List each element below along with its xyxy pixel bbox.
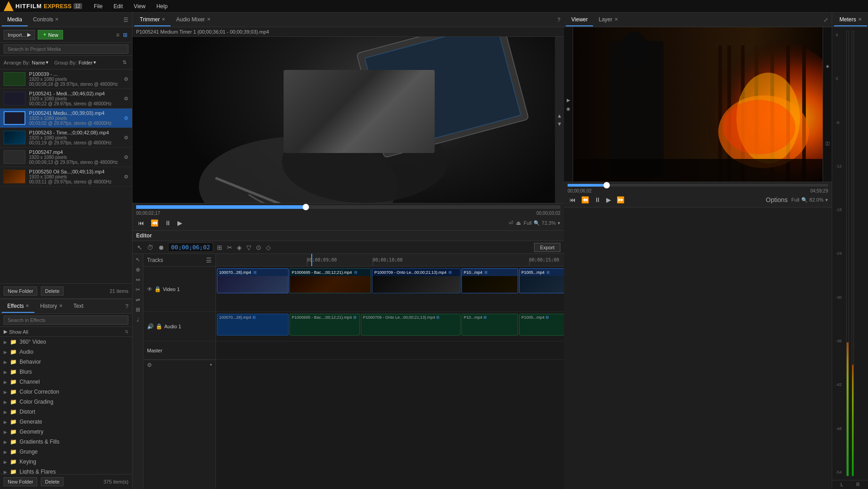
tab-controls[interactable]: Controls ✕ xyxy=(28,14,64,26)
tool-m[interactable]: ⊙ xyxy=(255,243,262,252)
media-item-1[interactable]: P1005241 - Medi...;00;46;02).mp4 1920 x … xyxy=(0,89,132,109)
tab-text[interactable]: Text xyxy=(68,300,89,313)
trimmer-progress-bar[interactable] xyxy=(136,205,560,209)
new-folder-media-button[interactable]: New Folder xyxy=(4,286,37,296)
audio-clip-4[interactable]: P1005...mp4 ⛓ xyxy=(519,314,564,336)
media-item-0[interactable]: P100039 - ... 1920 x 1080 pixels 00;00;0… xyxy=(0,69,132,89)
export-button[interactable]: Export xyxy=(534,243,560,252)
tab-meters[interactable]: Meters ✕ xyxy=(834,14,867,26)
tab-controls-close[interactable]: ✕ xyxy=(55,17,59,22)
viewer-expand-icon[interactable]: ⤢ xyxy=(822,15,830,25)
tl-slip-tool[interactable]: ⇌ xyxy=(133,296,142,304)
tool-mark[interactable]: ◈ xyxy=(236,243,243,252)
tab-effects-close[interactable]: ✕ xyxy=(25,303,29,308)
media-settings-5[interactable]: ⚙ xyxy=(124,174,128,180)
viewer-right-tool2[interactable]: ◫ xyxy=(825,141,829,146)
effect-blurs[interactable]: ▶ 📁 Blurs xyxy=(0,367,132,377)
tool-d[interactable]: ◇ xyxy=(265,243,272,252)
effect-behavior[interactable]: ▶ 📁 Behavior xyxy=(0,357,132,367)
viewer-right-tool[interactable]: ◈ xyxy=(826,64,829,69)
trimmer-progress-handle[interactable] xyxy=(303,204,309,210)
audio-clip-2[interactable]: P1000709 - Onto Le...00;00;21;13).mp4 ⛓ xyxy=(361,314,461,336)
new-folder-effects-button[interactable]: New Folder xyxy=(4,477,37,486)
audio-track-lock-icon[interactable]: 🔒 xyxy=(156,323,162,330)
video-clip-4[interactable]: P1005...mp4 ⛓ xyxy=(519,268,564,293)
tab-trimmer-close[interactable]: ✕ xyxy=(162,17,165,22)
tab-audio-mixer[interactable]: Audio Mixer ✕ xyxy=(171,14,216,26)
effect-channel[interactable]: ▶ 📁 Channel xyxy=(0,377,132,387)
viewer-to-start[interactable]: ⏮ xyxy=(568,195,578,204)
arrange-value[interactable]: Name ▾ xyxy=(32,59,49,65)
viewer-zoom-chevron[interactable]: ▾ xyxy=(825,197,828,203)
tool-clock[interactable]: ⏱ xyxy=(146,243,154,252)
menu-edit[interactable]: Edit xyxy=(109,1,128,11)
media-settings-2[interactable]: ⚙ xyxy=(124,115,128,121)
tab-meters-close[interactable]: ✕ xyxy=(858,17,862,22)
viewer-progress-bar[interactable] xyxy=(568,184,828,187)
effect-color-grading[interactable]: ▶ 📁 Color Grading xyxy=(0,397,132,407)
sort-dir-icon[interactable]: ⇅ xyxy=(125,329,128,334)
video-track-lock-icon[interactable]: 🔒 xyxy=(154,286,161,292)
tab-effects[interactable]: Effects ✕ xyxy=(2,300,34,313)
effect-gradients[interactable]: ▶ 📁 Gradients & Fills xyxy=(0,437,132,447)
media-item-5[interactable]: P1005250 Oil Sa...;00;49;13).mp4 1920 x … xyxy=(0,167,132,187)
timeline-content[interactable]: 00;00;09;00 00;00;10;00 00;00;15;00 00;0… xyxy=(216,254,564,489)
trimmer-zoom-label[interactable]: Full xyxy=(524,220,532,226)
tool-select[interactable]: ↖ xyxy=(136,243,143,252)
timeline-zoom-out-icon[interactable]: • xyxy=(210,362,212,368)
sort-icon[interactable]: ⇅ xyxy=(121,58,128,67)
tab-trimmer[interactable]: Trimmer ✕ xyxy=(134,14,171,26)
audio-clip-1[interactable]: P1000695 - Bac...;00;12;21).mp4 ⛓ xyxy=(289,314,360,336)
menu-view[interactable]: View xyxy=(129,1,150,11)
group-value[interactable]: Folder ▾ xyxy=(78,59,96,65)
trim-arrow-up[interactable]: ▲ xyxy=(557,113,562,119)
effect-color-correction[interactable]: ▶ 📁 Color Correction xyxy=(0,387,132,397)
tl-select-tool[interactable]: ↖ xyxy=(133,256,142,264)
delete-effects-button[interactable]: Delete xyxy=(41,477,64,486)
tool-v[interactable]: ▽ xyxy=(245,243,252,252)
viewer-pause[interactable]: ⏸ xyxy=(593,195,603,204)
effects-panel-icon[interactable]: ? xyxy=(123,301,130,311)
tab-layer-close[interactable]: ✕ xyxy=(614,17,618,22)
effect-lights-flares[interactable]: ▶ 📁 Lights & Flares xyxy=(0,467,132,474)
transport-play[interactable]: ▶ xyxy=(176,218,184,227)
delete-media-button[interactable]: Delete xyxy=(41,286,64,296)
tl-note-tool[interactable]: ♩ xyxy=(133,316,142,324)
viewer-progress-handle[interactable] xyxy=(603,182,610,188)
viewer-zoom-label[interactable]: Full xyxy=(791,197,799,203)
tab-history[interactable]: History ✕ xyxy=(34,300,68,313)
menu-help[interactable]: Help xyxy=(152,1,172,11)
tool-snap[interactable]: ⊞ xyxy=(216,243,223,252)
transport-step-back[interactable]: ⏪ xyxy=(149,218,160,227)
media-settings-3[interactable]: ⚙ xyxy=(124,135,128,141)
media-search-input[interactable] xyxy=(4,44,128,54)
trimmer-zoom-chevron[interactable]: ▾ xyxy=(558,220,560,226)
tracks-menu-icon[interactable]: ☰ xyxy=(206,257,212,264)
video-clip-3[interactable]: P10...mp4 ⛓ xyxy=(461,268,518,293)
media-settings-1[interactable]: ⚙ xyxy=(124,96,128,102)
effect-keying[interactable]: ▶ 📁 Keying xyxy=(0,457,132,467)
viewer-step-back[interactable]: ⏪ xyxy=(579,195,591,204)
tab-media[interactable]: Media xyxy=(2,14,28,26)
media-item-4[interactable]: P1005247.mp4 1920 x 1080 pixels 00;00;06… xyxy=(0,148,132,167)
tl-magnet-tool[interactable]: ⊞ xyxy=(133,306,142,314)
video-clip-0[interactable]: 100070...28).mp4 ⛓ xyxy=(217,268,289,293)
menu-file[interactable]: File xyxy=(89,1,107,11)
audio-clip-3[interactable]: P10...mp4 ⛓ xyxy=(461,314,518,336)
audio-clip-0[interactable]: 100070...28).mp4 ⛓ xyxy=(217,314,289,336)
in-point-icon[interactable]: ⏎ xyxy=(509,220,513,226)
trimmer-help-icon[interactable]: ? xyxy=(555,15,562,25)
viewer-step-fwd[interactable]: ⏩ xyxy=(615,195,626,204)
tab-layer[interactable]: Layer ✕ xyxy=(593,14,623,26)
grid-view-icon[interactable]: ⊞ xyxy=(122,31,128,39)
list-view-icon[interactable]: ≡ xyxy=(115,31,120,39)
timeline-playhead[interactable] xyxy=(311,254,312,267)
tool-record[interactable]: ⏺ xyxy=(157,243,165,252)
tl-zoom-tool[interactable]: ⊕ xyxy=(133,266,142,274)
panel-menu-icon[interactable]: ☰ xyxy=(122,15,130,25)
media-item-3[interactable]: P1005243 - Time...;0;00;42;08).mp4 1920 … xyxy=(0,128,132,148)
tl-razor-tool[interactable]: ✂ xyxy=(133,286,142,294)
tab-viewer[interactable]: Viewer xyxy=(566,14,593,26)
effect-grunge[interactable]: ▶ 📁 Grunge xyxy=(0,447,132,457)
effects-search-input[interactable] xyxy=(4,316,128,325)
